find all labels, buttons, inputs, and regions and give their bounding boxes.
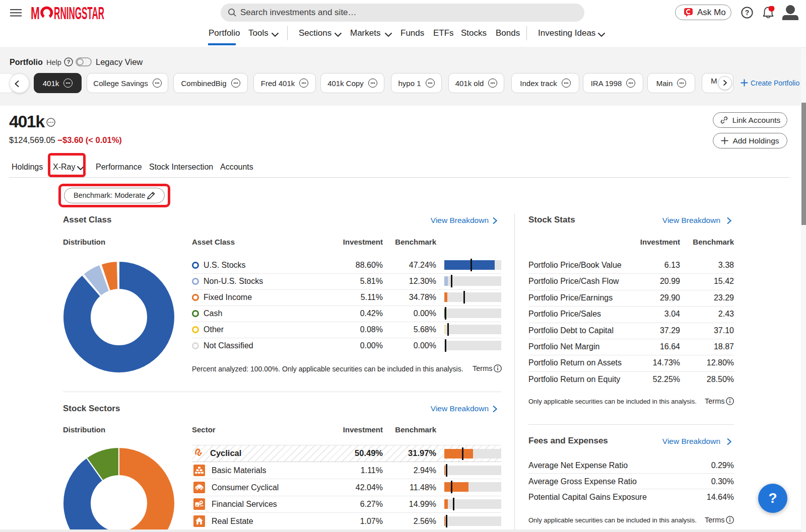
svg-text:RNINGSTAR: RNINGSTAR (54, 6, 104, 21)
svg-text:?: ? (745, 9, 750, 17)
svg-text:?: ? (67, 59, 71, 65)
svg-text:M: M (31, 6, 40, 21)
